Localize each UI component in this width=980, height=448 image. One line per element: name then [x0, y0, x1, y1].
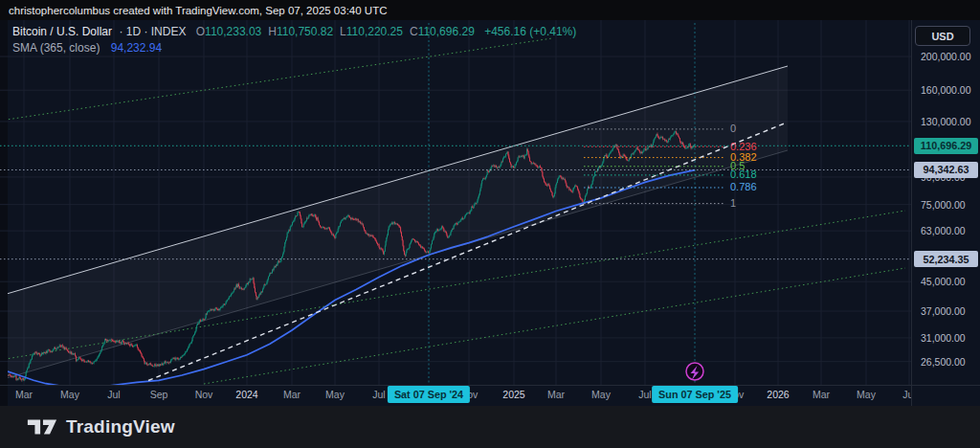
date-badge: Sat 07 Sep '24 — [388, 386, 470, 403]
date-badge: Sun 07 Sep '25 — [652, 386, 738, 403]
ohlc-key: C — [410, 25, 418, 38]
fib-level-label: 0.786 — [730, 181, 757, 192]
last-price-badge: 110,696.29 — [914, 138, 978, 154]
price-tick-label: 45,000.00 — [921, 276, 966, 287]
symbol-meta[interactable]: · 1D · INDEX — [119, 25, 186, 38]
price-tick-label: 26,500.00 — [921, 356, 966, 368]
sma-label[interactable]: SMA (365, close) — [12, 41, 100, 55]
footer-bar: TradingView — [0, 406, 980, 448]
symbol-legend[interactable]: Bitcoin / U.S. Dollar · 1D · INDEX O110,… — [12, 25, 576, 38]
time-axis[interactable]: MarMayJulSepNov2024MarMayJulNov2025MarMa… — [0, 0, 911, 448]
price-tick-label: 160,000.00 — [921, 84, 971, 96]
sma-value: 94,232.94 — [111, 41, 162, 55]
tradingview-logo[interactable] — [26, 414, 58, 439]
price-tick-label: 31,000.00 — [921, 332, 966, 344]
symbol-name[interactable]: Bitcoin / U.S. Dollar — [12, 25, 112, 38]
fib-level-label: 1 — [730, 197, 736, 209]
ohlc-key: L — [340, 25, 346, 38]
ohlc-key: H — [268, 25, 277, 38]
ohlc-key: O — [196, 25, 205, 38]
price-level-badge: 52,234.35 — [914, 251, 978, 267]
fib-level-label: 0.236 — [730, 141, 757, 152]
change-value: +456.16 (+0.41%) — [484, 25, 576, 38]
price-tick-label: 130,000.00 — [921, 116, 971, 127]
ohlc-values: O110,233.03H110,750.82L110,220.25C110,69… — [189, 25, 475, 38]
fib-level-label: 0 — [730, 123, 736, 134]
ohlc-value: 110,220.25 — [346, 25, 403, 38]
time-tick-label: Jul — [880, 389, 911, 400]
price-tick-label: 63,000.00 — [921, 225, 966, 236]
price-tick-label: 75,000.00 — [921, 199, 966, 211]
ohlc-value: 110,750.82 — [277, 25, 333, 38]
attribution-text: christophercolumbus created with Trading… — [9, 5, 387, 16]
price-tick-label: 200,000.00 — [921, 51, 971, 62]
fib-level-label: 0.618 — [730, 168, 757, 180]
brand-name[interactable]: TradingView — [66, 416, 175, 437]
currency-toggle-button[interactable]: USD — [915, 26, 970, 46]
price-tick-label: 37,000.00 — [921, 305, 966, 317]
price-level-badge: 94,342.63 — [914, 162, 978, 178]
sma-legend[interactable]: SMA (365, close) 94,232.94 — [12, 41, 162, 55]
ohlc-value: 110,696.29 — [418, 25, 475, 38]
attribution-bar: christophercolumbus created with Trading… — [0, 0, 980, 20]
tradingview-chart-window: christophercolumbus created with Trading… — [0, 0, 980, 448]
ohlc-value: 110,233.03 — [205, 25, 261, 38]
